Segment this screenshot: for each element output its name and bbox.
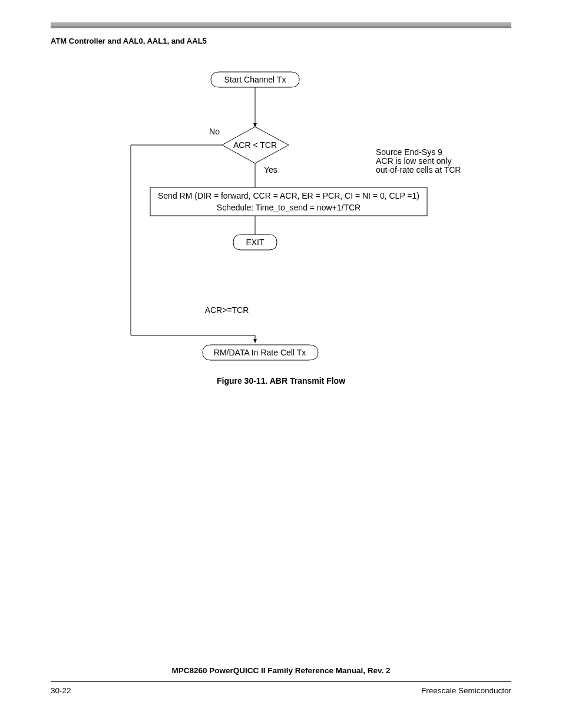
- process-node: Send RM (DIR = forward, CCR = ACR, ER = …: [150, 187, 427, 216]
- end-label: RM/DATA In Rate Cell Tx: [214, 348, 306, 357]
- decision-label: ACR < TCR: [233, 140, 277, 150]
- section-title: ATM Controller and AAL0, AAL1, and AAL5: [51, 37, 207, 45]
- svg-rect-2: [150, 187, 427, 216]
- side-note-line2: ACR is low sent only: [376, 156, 451, 166]
- figure-caption: Figure 30-11. ABR Transmit Flow: [0, 376, 562, 386]
- exit-label: EXIT: [246, 238, 265, 247]
- side-note-line3: out-of-rate cells at TCR: [376, 165, 461, 174]
- start-node: Start Channel Tx: [211, 72, 299, 87]
- start-label: Start Channel Tx: [224, 75, 286, 84]
- process-line1: Send RM (DIR = forward, CCR = ACR, ER = …: [158, 191, 419, 200]
- decision-node: ACR < TCR: [222, 127, 289, 163]
- decision-no-label: No: [209, 127, 220, 136]
- footer-company: Freescale Semiconductor: [421, 686, 511, 695]
- page-number: 30-22: [51, 686, 71, 695]
- exit-node: EXIT: [233, 235, 277, 250]
- process-line2: Schedule: Time_to_send = now+1/TCR: [217, 203, 361, 212]
- end-node: RM/DATA In Rate Cell Tx: [203, 345, 318, 360]
- side-note-line1: Source End-Sys 9: [376, 147, 442, 157]
- header-rule: [51, 22, 511, 28]
- flowchart-svg: Start Channel Tx ACR < TCR No Yes Source…: [0, 0, 562, 728]
- footer-rule: [51, 681, 511, 682]
- footer-manual-title: MPC8260 PowerQUICC II Family Reference M…: [0, 666, 562, 675]
- side-note: Source End-Sys 9 ACR is low sent only ou…: [376, 147, 461, 174]
- decision-yes-label: Yes: [264, 165, 277, 174]
- bypass-label: ACR>=TCR: [205, 305, 249, 315]
